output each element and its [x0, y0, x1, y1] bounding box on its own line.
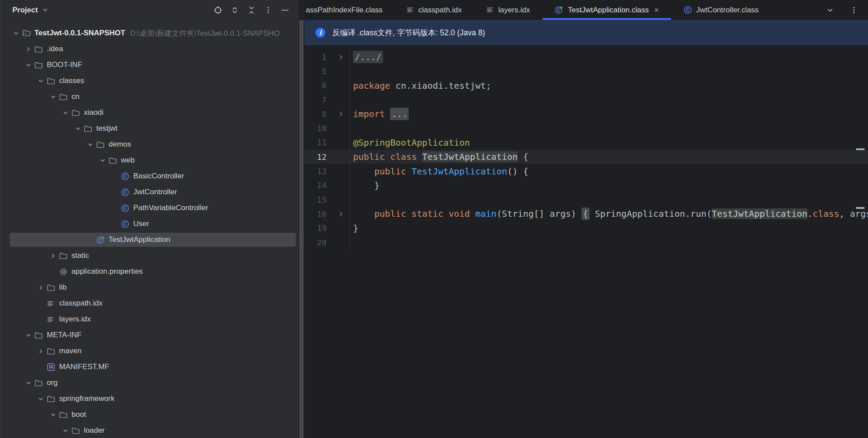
line-number: 16	[304, 209, 327, 219]
close-icon[interactable]: ×	[654, 6, 659, 14]
tree-item-classes[interactable]: classes	[0, 73, 298, 89]
tree-item-org[interactable]: org	[0, 375, 298, 391]
code-line-7: 7	[304, 93, 868, 107]
tree-item-static[interactable]: static	[0, 248, 298, 264]
scrollbar-mark[interactable]	[856, 148, 864, 150]
tree-item-lib[interactable]: lib	[0, 279, 298, 295]
chevron-down-icon[interactable]	[84, 141, 96, 148]
chevron-down-icon[interactable]	[97, 157, 109, 164]
tree-item-label: META-INF	[47, 331, 82, 340]
line-number: 10	[304, 124, 327, 133]
chevron-down-icon[interactable]	[825, 5, 835, 15]
tab-layers.idx[interactable]: layers.idx	[474, 0, 542, 20]
code-line-8: 8import ...	[304, 107, 868, 121]
fold-arrow-icon[interactable]	[327, 111, 349, 117]
fold-arrow-icon[interactable]	[327, 211, 349, 217]
tree-item-classpath.idx[interactable]: classpath.idx	[0, 295, 298, 311]
locate-icon[interactable]	[213, 5, 223, 15]
svg-text:C: C	[124, 174, 127, 179]
chevron-right-icon[interactable]	[35, 348, 47, 355]
chevron-down-icon[interactable]	[23, 62, 34, 68]
code-line-16: 16 public static void main(String[] args…	[304, 207, 868, 221]
tab-label: JwtController.class	[696, 6, 759, 15]
tree-item-jwtcontroller[interactable]: CJwtController	[0, 184, 298, 200]
class-icon: C	[121, 172, 133, 181]
folder-icon	[59, 93, 71, 101]
tree-item-web[interactable]: web	[0, 152, 298, 168]
panel-splitter[interactable]	[298, 0, 304, 438]
tree-item-testjwtapplication[interactable]: CTestJwtApplication	[0, 232, 298, 248]
code-text	[349, 121, 868, 135]
tree-item-pathvariablecontroller[interactable]: CPathVariableController	[0, 200, 298, 216]
folder-icon	[71, 109, 83, 117]
tab-asspathindexfile.class[interactable]: assPathIndexFile.class	[304, 0, 394, 20]
tab-jwtcontroller.class[interactable]: CJwtController.class	[671, 0, 771, 20]
tree-item-testjwt[interactable]: testjwt	[0, 121, 298, 136]
tree-item-label: loader	[84, 426, 105, 435]
chevron-down-icon[interactable]	[47, 94, 59, 100]
decompile-banner-text: 反编译 .class文件, 字节码版本: 52.0 (Java 8)	[332, 27, 485, 38]
tab-classpath.idx[interactable]: classpath.idx	[394, 0, 474, 20]
more-options-icon[interactable]	[263, 5, 274, 15]
tree-item-boot[interactable]: boot	[0, 407, 298, 423]
tab-testjwtapplication.class[interactable]: CTestJwtApplication.class×	[542, 0, 671, 20]
tree-item-springframework[interactable]: springframework	[0, 391, 298, 407]
tree-item-maven[interactable]: maven	[0, 343, 298, 359]
tab-label: assPathIndexFile.class	[306, 6, 383, 15]
chevron-down-icon[interactable]	[60, 427, 71, 434]
chevron-down-icon[interactable]	[10, 30, 22, 37]
ide-window: Project T	[0, 0, 868, 438]
code-line-5: 5	[304, 64, 868, 78]
code-line-1: 1/.../	[304, 50, 868, 64]
chevron-down-icon[interactable]	[23, 332, 34, 339]
tab-bar-controls	[825, 0, 868, 20]
tree-item-boot-inf[interactable]: BOOT-INF	[0, 57, 298, 73]
tree-item-manifest.mf[interactable]: MMANIFEST.MF	[0, 359, 298, 375]
tree-item-basiccontroller[interactable]: CBasicController	[0, 168, 298, 184]
tree-item-application.properties[interactable]: application.properties	[0, 264, 298, 279]
collapse-all-icon[interactable]	[246, 5, 257, 15]
tree-item-loader[interactable]: loader	[0, 423, 298, 438]
code-text: public class TestJwtApplication {	[349, 150, 868, 164]
tree-item-label: xiaodi	[84, 108, 103, 117]
chevron-down-icon[interactable]	[72, 125, 84, 132]
tree-item-cn[interactable]: cn	[0, 89, 298, 105]
tree-item-layers.idx[interactable]: layers.idx	[0, 311, 298, 327]
tree-item-label: BOOT-INF	[47, 60, 82, 69]
expand-all-icon[interactable]	[229, 5, 240, 15]
class-icon: C	[121, 220, 133, 228]
chevron-right-icon[interactable]	[23, 46, 34, 53]
hide-panel-icon[interactable]	[280, 5, 290, 15]
fold-arrow-icon[interactable]	[327, 54, 349, 60]
scrollbar-mark[interactable]	[856, 207, 864, 209]
tree-item-xiaodi[interactable]: xiaodi	[0, 105, 298, 121]
chevron-down-icon[interactable]	[47, 412, 59, 418]
gear-icon	[59, 268, 71, 276]
project-path: D:\桌面\新建文件夹\TestJwt-0.0.1-SNAPSHO	[130, 28, 280, 38]
code-text: import ...	[349, 107, 868, 121]
tree-item-meta-inf[interactable]: META-INF	[0, 327, 298, 343]
code-line-13: 13 public TestJwtApplication() {	[304, 164, 868, 178]
code-line-20: 20	[304, 235, 868, 249]
tree-item-testjwt-0.0.1-snapshot[interactable]: TestJwt-0.0.1-SNAPSHOTD:\桌面\新建文件夹\TestJw…	[0, 25, 298, 41]
chevron-right-icon[interactable]	[35, 284, 47, 291]
tree-item-label: User	[133, 219, 149, 228]
more-options-icon[interactable]	[849, 5, 859, 15]
line-number: 6	[304, 81, 327, 90]
code-text: public static void main(String[] args) {…	[349, 207, 868, 221]
tree-scrollbar-thumb[interactable]	[299, 20, 304, 438]
tree-item-.idea[interactable]: .idea	[0, 41, 298, 57]
tree-item-label: web	[121, 156, 135, 165]
code-editor[interactable]: 1/.../56package cn.xiaodi.testjwt;78impo…	[304, 45, 868, 249]
project-panel-title[interactable]: Project	[12, 6, 38, 15]
module-icon	[22, 29, 34, 37]
chevron-right-icon[interactable]	[47, 253, 59, 259]
chevron-down-icon[interactable]	[35, 78, 47, 84]
tree-item-demos[interactable]: demos	[0, 136, 298, 152]
chevron-down-icon[interactable]	[35, 396, 47, 402]
chevron-down-icon[interactable]	[23, 380, 34, 386]
chevron-down-icon[interactable]	[60, 110, 71, 116]
chevron-down-icon[interactable]	[42, 7, 49, 13]
tree-item-user[interactable]: CUser	[0, 216, 298, 232]
folder-icon	[96, 141, 108, 148]
